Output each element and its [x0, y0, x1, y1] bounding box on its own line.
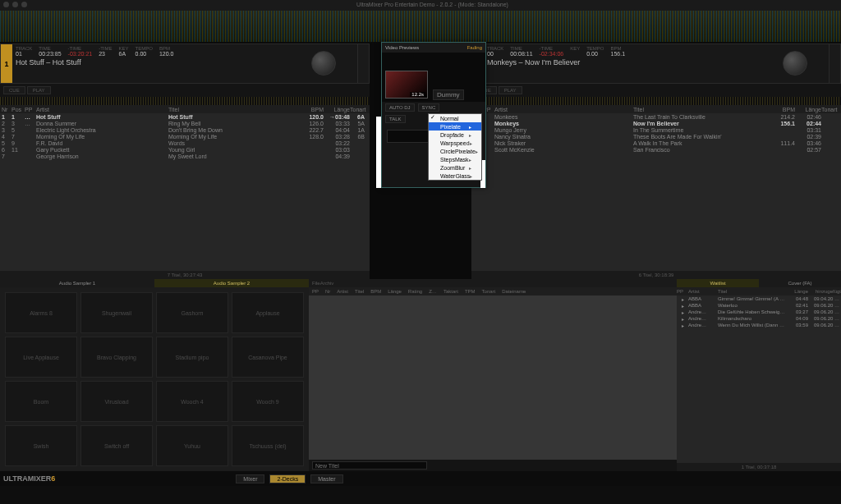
playlist-1: Nr Pos PP Artist Titel BPM Länge Tonart …	[0, 105, 370, 279]
fading-effect-menu: NormalPixelate▸Dropfade▸Warpspeed▸Circle…	[428, 113, 482, 181]
close-icon[interactable]	[3, 2, 9, 7]
sampler-pad[interactable]: Wooch 9	[232, 381, 304, 422]
table-row[interactable]: 6Scott McKenzieSan Francisco02:57	[471, 146, 841, 153]
library-column-header[interactable]: Tonart	[479, 289, 499, 294]
deck-2-jogwheel[interactable]	[783, 51, 807, 76]
new-title-input[interactable]	[312, 461, 427, 470]
sampler-pad[interactable]: Wooch 4	[156, 381, 228, 422]
deck-1-cue-button[interactable]: CUE	[3, 86, 25, 94]
sampler-pane: Audio Sampler 1 Audio Sampler 2 Alarms 8…	[0, 279, 309, 471]
menu-item-circlepixelate[interactable]: CirclePixelate▸	[429, 147, 481, 155]
tab-waitlist[interactable]: Waitlist	[677, 279, 759, 287]
sampler-pad[interactable]: Casanova Pipe	[232, 337, 304, 378]
video-preview-thumbnail[interactable]	[385, 71, 428, 99]
library-column-header[interactable]: Titel	[352, 289, 367, 294]
minimize-icon[interactable]	[12, 2, 18, 7]
master-button[interactable]: Master	[310, 474, 342, 483]
table-row[interactable]: 2MonkeysNow I'm Believer156.102:44	[471, 120, 841, 126]
library-column-header[interactable]: Rating	[405, 289, 425, 294]
table-row[interactable]: 5Nick StrakerA Walk In The Park111.403:4…	[471, 140, 841, 146]
video-previews-label[interactable]: Video Previews	[385, 45, 419, 50]
table-row[interactable]: 611Gary PuckettYoung Girl03:03	[0, 146, 370, 153]
waitlist-row[interactable]: ▸Andre…Die Gefühle Haben Schweige…03:270…	[677, 309, 841, 315]
sampler-pad[interactable]: Yuhuu	[156, 425, 228, 466]
table-row[interactable]: 4Nancy SinatraThese Boots Are Made For W…	[471, 133, 841, 140]
table-row[interactable]: 3Mungo JerryIn The Summertime03:31	[471, 126, 841, 133]
library-column-header[interactable]: Dateiname	[499, 289, 529, 294]
waitlist-footer: 1 Titel, 00:37:18	[677, 463, 841, 471]
deck-2: 2 TRACK00 TIME00:08:11 -TIME-02:34:06 KE…	[471, 44, 841, 84]
deck-1-jogwheel[interactable]	[311, 51, 336, 76]
table-row[interactable]: 59F.R. DavidWords03:22	[0, 140, 370, 146]
waitlist-pane: Waitlist Cover (FA) PP Artist Titel Läng…	[677, 279, 841, 471]
library-pane: FileArchiv PPNrArtistTitelBPMLängeRating…	[309, 279, 677, 471]
library-body[interactable]	[309, 296, 677, 460]
library-column-header[interactable]: PP	[309, 289, 322, 294]
sampler-pad[interactable]: Stadium pipo	[156, 337, 228, 378]
sampler-pad[interactable]: Live Applause	[5, 337, 77, 378]
sampler-pad[interactable]: Alarms 8	[5, 292, 77, 333]
menu-item-pixelate[interactable]: Pixelate▸	[429, 122, 481, 131]
sync-button[interactable]: SYNC	[418, 103, 440, 112]
menu-item-normal[interactable]: Normal	[429, 114, 481, 122]
sampler-pad[interactable]: Swish	[5, 425, 77, 466]
table-row[interactable]: 23…Donna SummerRing My Bell126.003:335A	[0, 120, 370, 126]
sampler-pad[interactable]: Gashorn	[156, 292, 228, 333]
talk-button[interactable]: TALK	[385, 115, 406, 123]
deck-1-play-button[interactable]: PLAY	[27, 86, 51, 94]
table-row[interactable]: 11…Hot StuffHot Stuff120.0→03:486A	[0, 113, 370, 120]
waitlist-row[interactable]: ▸ABBAWaterloo02:4109.06.20 …	[677, 302, 841, 309]
menu-item-stepsmask[interactable]: StepsMask▸	[429, 155, 481, 163]
2decks-button[interactable]: 2-Decks	[269, 474, 306, 483]
dummy-button[interactable]: Dummy	[433, 89, 464, 100]
waitlist-row[interactable]: ▸Andre…Kilimandscharo04:0909.06.20 …	[677, 315, 841, 322]
menu-item-zoomblur[interactable]: ZoomBlur▸	[429, 163, 481, 172]
fading-dropdown[interactable]: Fading	[467, 45, 482, 50]
sampler-pad[interactable]: Boom	[5, 381, 77, 422]
menu-item-dropfade[interactable]: Dropfade▸	[429, 131, 481, 139]
deck-1-number: 1	[1, 44, 12, 83]
app-footer: ULTRAMIXER6 Mixer 2-Decks Master	[0, 471, 841, 486]
window-title: UltraMixer Pro Entertain Demo - 2.0.2 - …	[27, 2, 838, 7]
deck-2-mini-waveform[interactable]	[471, 97, 841, 105]
sampler-pad[interactable]: Tschuuss (del)	[232, 425, 304, 466]
tab-audio-sampler-2[interactable]: Audio Sampler 2	[154, 279, 309, 287]
table-row[interactable]: 47Morning Of My LifeMorning Of My Life12…	[0, 133, 370, 140]
playlist-2: Nr PP Artist Titel BPM Länge Tonart 1Mon…	[471, 105, 841, 279]
sampler-pad[interactable]: Switch off	[80, 425, 153, 466]
menu-item-waterglass[interactable]: WaterGlass▸	[429, 172, 481, 180]
tab-cover[interactable]: Cover (FA)	[759, 279, 841, 287]
logo: ULTRAMIXER6	[3, 474, 55, 483]
sampler-pad[interactable]: Applause	[232, 292, 304, 333]
library-column-header[interactable]: TPM	[462, 289, 479, 294]
waitlist-row[interactable]: ▸ABBAGimme! Gimme! Gimme! (A …04:4809.04…	[677, 296, 841, 302]
library-column-header[interactable]: Artist	[333, 289, 352, 294]
table-row[interactable]: 35Electric Light OrchestraDon't Bring Me…	[0, 126, 370, 133]
table-row[interactable]: 1MonkeesThe Last Train To Clarksville214…	[471, 113, 841, 120]
deck-1-title: Hot Stuff – Hot Stuff	[16, 58, 354, 66]
tab-audio-sampler-1[interactable]: Audio Sampler 1	[0, 279, 154, 287]
table-row[interactable]: 7George HarrisonMy Sweet Lord04:39	[0, 153, 370, 159]
deck-2-pitch-fader[interactable]	[829, 44, 840, 83]
sampler-pad[interactable]: Virusload	[80, 381, 153, 422]
mixer-button[interactable]: Mixer	[236, 474, 264, 483]
library-column-header[interactable]: BPM	[367, 289, 384, 294]
title-bar: UltraMixer Pro Entertain Demo - 2.0.2 - …	[0, 0, 841, 9]
auto-dj-button[interactable]: AUTO DJ	[385, 103, 415, 112]
deck-1: 1 TRACK01 TIME00:23:85 -TIME-03:20:21 -T…	[0, 44, 370, 84]
main-waveform[interactable]	[0, 9, 841, 44]
deck-1-pitch-fader[interactable]	[357, 44, 369, 83]
sampler-pad[interactable]: Bravo Clapping	[80, 337, 153, 378]
library-column-header[interactable]: Nr	[322, 289, 333, 294]
deck-1-mini-waveform[interactable]	[0, 97, 370, 105]
sampler-pad[interactable]: Shugenwail	[80, 292, 153, 333]
maximize-icon[interactable]	[21, 2, 27, 7]
library-column-header[interactable]: Z…	[425, 289, 440, 294]
waitlist-row[interactable]: ▸Andre…Wenn Du Mich Willst (Dann K…03:59…	[677, 322, 841, 328]
library-column-header[interactable]: Taktart	[440, 289, 462, 294]
tab-filearchiv[interactable]: FileArchiv	[312, 281, 333, 286]
library-column-header[interactable]: Länge	[384, 289, 405, 294]
playlist-2-footer: 6 Titel, 30:18:39	[471, 271, 841, 279]
menu-item-warpspeed[interactable]: Warpspeed▸	[429, 139, 481, 147]
deck-2-play-button[interactable]: PLAY	[499, 86, 522, 94]
